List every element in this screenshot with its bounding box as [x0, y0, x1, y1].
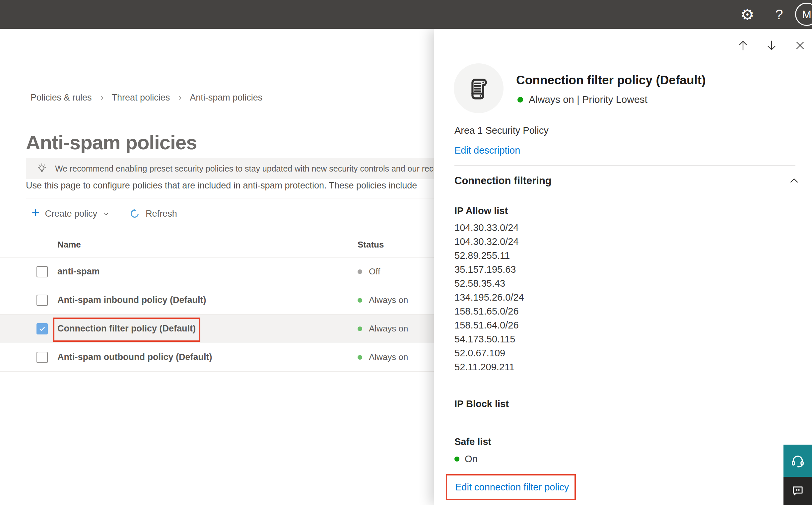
- ip-entry: 52.58.35.43: [454, 277, 524, 290]
- row-checkbox[interactable]: [36, 352, 48, 363]
- status-cell: Always on: [358, 295, 408, 305]
- create-policy-button[interactable]: + Create policy: [31, 207, 110, 220]
- ip-entry: 52.89.255.11: [454, 248, 524, 263]
- breadcrumb-current: Anti-spam policies: [190, 93, 262, 103]
- plus-icon: +: [31, 206, 40, 220]
- section-connection-filtering: Connection filtering: [454, 175, 799, 187]
- policy-name[interactable]: anti-spam: [0, 267, 358, 277]
- close-icon: [794, 39, 806, 51]
- help-icon: ?: [775, 7, 783, 23]
- collapse-section-button[interactable]: [789, 176, 799, 186]
- lightbulb-icon: [36, 163, 48, 175]
- avatar[interactable]: M: [795, 3, 812, 26]
- feedback-icon: [791, 484, 805, 498]
- page-title: Anti-spam policies: [26, 131, 197, 154]
- safe-list-title: Safe list: [454, 436, 491, 447]
- row-checkbox[interactable]: [36, 266, 48, 278]
- create-policy-label: Create policy: [45, 209, 97, 219]
- ip-entry: 158.51.65.0/26: [454, 304, 524, 318]
- panel-status-text: Always on | Priority Lowest: [529, 94, 647, 105]
- settings-button[interactable]: ⚙: [736, 0, 759, 29]
- scroll-icon: [467, 76, 490, 100]
- status-dot-on: [358, 327, 362, 331]
- chevron-up-icon: [789, 176, 799, 186]
- checkmark-icon: [38, 325, 46, 333]
- status-cell: Off: [358, 267, 380, 277]
- status-dot-on: [358, 298, 362, 303]
- status-dot-on: [454, 457, 459, 462]
- gear-icon: ⚙: [740, 6, 754, 24]
- refresh-icon: [129, 208, 140, 219]
- panel-divider: [454, 166, 795, 166]
- column-header-status[interactable]: Status: [358, 239, 384, 250]
- topbar: ⚙ ? M: [0, 0, 812, 29]
- previous-item-button[interactable]: [736, 38, 750, 53]
- refresh-label: Refresh: [146, 209, 177, 219]
- arrow-down-icon: [765, 39, 778, 52]
- ip-entry: 52.0.67.109: [454, 346, 524, 360]
- status-label: Always on: [369, 295, 408, 305]
- ip-entry: 35.157.195.63: [454, 263, 524, 277]
- panel-status-line: Always on | Priority Lowest: [518, 94, 647, 105]
- policy-description: Area 1 Security Policy: [454, 125, 549, 136]
- ip-allow-list: 104.30.33.0/24 104.30.32.0/24 52.89.255.…: [454, 221, 524, 374]
- refresh-button[interactable]: Refresh: [129, 208, 177, 219]
- ip-entry: 158.51.64.0/26: [454, 318, 524, 332]
- row-checkbox-checked[interactable]: [36, 323, 48, 334]
- breadcrumb-threat-policies[interactable]: Threat policies: [112, 93, 170, 103]
- status-dot-on: [518, 97, 523, 103]
- status-cell: Always on: [358, 352, 408, 362]
- banner-text: We recommend enabling preset security po…: [55, 164, 456, 174]
- status-label: Always on: [369, 324, 408, 334]
- support-button[interactable]: [784, 445, 812, 477]
- avatar-initial: M: [802, 8, 811, 21]
- ip-allow-list-title: IP Allow list: [454, 205, 508, 216]
- ip-entry: 104.30.33.0/24: [454, 221, 524, 234]
- chevron-right-icon: [98, 95, 105, 101]
- ip-block-list-title: IP Block list: [454, 398, 509, 409]
- policy-name[interactable]: Anti-spam inbound policy (Default): [0, 295, 358, 305]
- status-dot-off: [358, 270, 362, 274]
- breadcrumb: Policies & rules Threat policies Anti-sp…: [30, 93, 262, 103]
- ip-entry: 134.195.26.0/24: [454, 290, 524, 304]
- chevron-down-icon: [103, 210, 110, 217]
- chevron-right-icon: [177, 95, 183, 101]
- panel-title: Connection filter policy (Default): [516, 73, 705, 87]
- feedback-button[interactable]: [784, 477, 812, 505]
- status-cell: Always on: [358, 324, 408, 334]
- ip-entry: 104.30.32.0/24: [454, 234, 524, 248]
- safe-list-status: On: [454, 454, 478, 465]
- section-title: Connection filtering: [454, 175, 552, 187]
- status-label: Always on: [369, 352, 408, 362]
- arrow-up-icon: [737, 39, 749, 52]
- headset-icon: [790, 453, 806, 469]
- policy-name[interactable]: Connection filter policy (Default): [0, 324, 358, 334]
- edit-description-link[interactable]: Edit description: [454, 145, 520, 156]
- status-dot-on: [358, 355, 362, 360]
- annotation-highlight-edit-link: Edit connection filter policy: [446, 474, 576, 500]
- ip-entry: 54.173.50.115: [454, 332, 524, 346]
- screen: ⚙ ? M Policies & rules Threat policies A…: [0, 0, 812, 505]
- policy-name[interactable]: Anti-spam outbound policy (Default): [0, 352, 358, 362]
- details-panel: Connection filter policy (Default) Alway…: [434, 29, 812, 505]
- edit-connection-filter-policy-link[interactable]: Edit connection filter policy: [455, 482, 569, 493]
- status-label: Off: [369, 267, 380, 277]
- toolbar: + Create policy Refresh: [31, 203, 177, 224]
- column-header-name[interactable]: Name: [0, 239, 358, 250]
- breadcrumb-policies-rules[interactable]: Policies & rules: [30, 93, 92, 103]
- policy-icon-circle: [454, 63, 503, 113]
- ip-entry: 52.11.209.211: [454, 360, 524, 374]
- safe-list-status-label: On: [465, 454, 478, 465]
- next-item-button[interactable]: [764, 38, 779, 53]
- close-panel-button[interactable]: [793, 38, 807, 53]
- panel-icon-bar: [736, 38, 807, 53]
- row-checkbox[interactable]: [36, 295, 48, 306]
- help-button[interactable]: ?: [768, 0, 791, 29]
